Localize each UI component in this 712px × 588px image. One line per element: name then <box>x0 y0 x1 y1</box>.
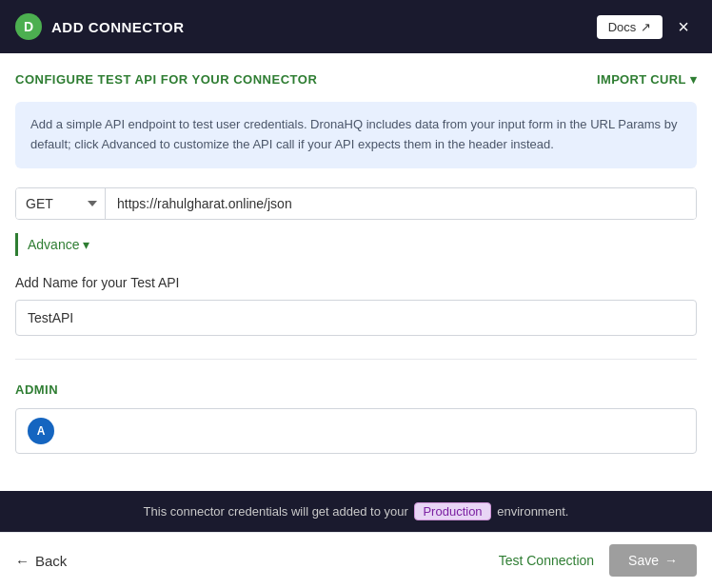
bottom-banner: This connector credentials will get adde… <box>0 491 712 532</box>
close-button[interactable]: × <box>670 13 697 40</box>
section-header-row: CONFIGURE TEST API FOR YOUR CONNECTOR IM… <box>15 72 697 87</box>
url-row: GET POST PUT PATCH DELETE <box>15 187 697 220</box>
admin-title: ADMIN <box>15 382 697 397</box>
name-section: Add Name for your Test API <box>15 275 697 336</box>
configure-section-title: CONFIGURE TEST API FOR YOUR CONNECTOR <box>15 72 317 87</box>
banner-text-before: This connector credentials will get adde… <box>144 504 408 519</box>
avatar: A <box>28 418 54 444</box>
app-logo: D <box>15 13 42 40</box>
banner-text: This connector credentials will get adde… <box>15 502 697 520</box>
test-connection-label: Test Connection <box>499 553 594 568</box>
page-title: ADD CONNECTOR <box>51 19 185 35</box>
close-icon: × <box>678 16 689 37</box>
chevron-down-icon: ▾ <box>83 237 89 252</box>
api-name-input[interactable] <box>15 300 697 336</box>
main-content: CONFIGURE TEST API FOR YOUR CONNECTOR IM… <box>0 53 712 491</box>
arrow-left-icon: ← <box>15 553 30 569</box>
info-box: Add a simple API endpoint to test user c… <box>15 102 697 168</box>
docs-button[interactable]: Docs ↗ <box>597 15 663 39</box>
advance-button[interactable]: Advance ▾ <box>15 233 697 256</box>
section-divider <box>15 359 697 360</box>
info-text: Add a simple API endpoint to test user c… <box>30 115 682 155</box>
advance-label: Advance <box>28 237 79 252</box>
import-curl-button[interactable]: IMPORT CURL ▾ <box>597 72 697 87</box>
footer-right: Test Connection Save → <box>499 544 697 577</box>
footer: ← Back Test Connection Save → <box>0 532 712 588</box>
external-link-icon: ↗ <box>641 20 651 34</box>
banner-text-after: environment. <box>497 504 568 519</box>
app-header: D ADD CONNECTOR Docs ↗ × <box>0 0 712 53</box>
save-label: Save <box>628 553 659 568</box>
production-badge: Production <box>414 502 490 520</box>
save-button[interactable]: Save → <box>609 544 697 577</box>
import-curl-label: IMPORT CURL <box>597 72 686 87</box>
chevron-down-icon: ▾ <box>690 72 697 87</box>
arrow-right-icon: → <box>664 553 678 568</box>
test-connection-button[interactable]: Test Connection <box>499 553 594 568</box>
admin-item: A <box>15 408 697 454</box>
http-method-select[interactable]: GET POST PUT PATCH DELETE <box>16 188 106 219</box>
url-input[interactable] <box>106 188 696 219</box>
admin-section: ADMIN A <box>15 382 697 454</box>
docs-label: Docs <box>608 20 637 34</box>
name-label: Add Name for your Test API <box>15 275 697 290</box>
header-right: Docs ↗ × <box>597 13 697 40</box>
back-button[interactable]: ← Back <box>15 553 67 569</box>
back-label: Back <box>35 553 67 569</box>
header-left: D ADD CONNECTOR <box>15 13 185 40</box>
